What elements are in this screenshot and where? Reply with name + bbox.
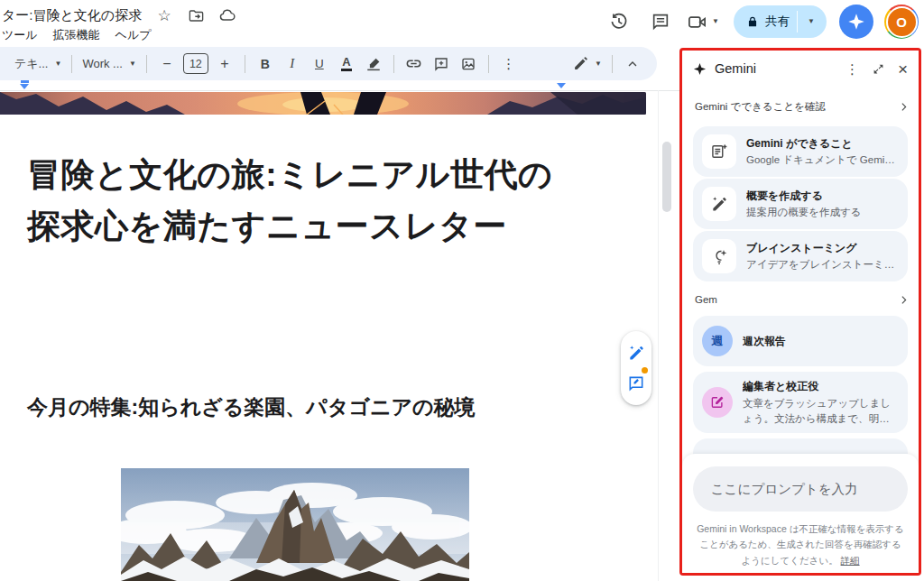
indent-marker-right[interactable] <box>557 83 566 88</box>
share-dropdown-icon[interactable]: ▼ <box>799 18 823 25</box>
gem-description: 文章をブラッシュアップしましょう。文法から構成まで、明確かつ建… <box>743 396 899 426</box>
gem-name: 編集者と校正役 <box>743 379 899 394</box>
move-folder-icon[interactable] <box>187 6 205 24</box>
gem-card-editor[interactable]: 編集者と校正役 文章をブラッシュアップしましょう。文法から構成まで、明確かつ建… <box>693 372 908 433</box>
document-title[interactable]: ター:冒険と文化の探求 <box>2 7 142 24</box>
menu-help[interactable]: ヘルプ <box>116 27 152 43</box>
insert-image-button[interactable] <box>457 52 480 76</box>
app-topbar: ター:冒険と文化の探求 ☆ ツール 拡張機能 ヘルプ <box>0 0 924 43</box>
editing-mode-select[interactable]: ▼ <box>573 56 602 71</box>
indent-marker-left[interactable] <box>20 80 29 89</box>
add-comment-button[interactable] <box>430 52 453 76</box>
pen-sparkle-icon <box>702 187 736 221</box>
sparkle-icon <box>847 13 865 31</box>
quick-actions-pill <box>621 331 651 405</box>
format-toolbar: テキ... ▼ Work ... ▼ − 12 + B I U A ⋮ <box>0 47 657 80</box>
menu-extensions[interactable]: 拡張機能 <box>53 27 100 43</box>
card-title: ブレインストーミング <box>746 241 899 256</box>
chevron-up-icon <box>625 57 640 71</box>
underline-button[interactable]: U <box>308 52 331 76</box>
highlighter-icon <box>365 56 382 72</box>
color-letter: A <box>341 56 351 71</box>
annotation-highlight-box: Gemini ⋮ × Gemini でできることを確認 <box>679 48 921 576</box>
share-button[interactable]: 共有 ▼ <box>734 5 827 38</box>
chevron-down-icon[interactable]: ▼ <box>712 18 719 25</box>
disclaimer-text: Gemini in Workspace は不正確な情報を表示することがあるため、… <box>697 521 904 568</box>
mountain-photo[interactable] <box>121 468 469 581</box>
gem-section-row[interactable]: Gem <box>695 290 910 309</box>
italic-button[interactable]: I <box>281 52 304 76</box>
close-panel-button[interactable]: × <box>898 60 908 78</box>
menu-tools[interactable]: ツール <box>2 27 38 43</box>
prompt-area: Gemini in Workspace は不正確な情報を表示することがあるため、… <box>682 454 919 573</box>
divider <box>245 55 245 73</box>
comment-add-icon <box>433 56 449 72</box>
paragraph-style-select[interactable]: テキ... ▼ <box>14 56 61 72</box>
image-icon <box>460 56 476 72</box>
help-me-write-button[interactable] <box>627 344 645 362</box>
gem-name: 週次報告 <box>743 334 786 349</box>
gemini-spark-icon <box>693 62 707 76</box>
highlight-color-button[interactable] <box>362 52 385 76</box>
gemini-sparkle-button[interactable] <box>839 5 873 39</box>
collapse-toolbar-button[interactable] <box>621 52 644 76</box>
star-icon[interactable]: ☆ <box>155 6 173 24</box>
chevron-down-icon: ▼ <box>595 60 602 68</box>
suggestion-card-capabilities[interactable]: Gemini ができること Google ドキュメントで Gemini が… <box>693 126 908 177</box>
lock-icon <box>746 15 759 28</box>
insert-link-button[interactable] <box>402 52 426 76</box>
comments-icon[interactable] <box>650 11 671 32</box>
chevron-down-icon: ▼ <box>129 60 136 68</box>
gemini-intro-row[interactable]: Gemini でできることを確認 <box>695 97 910 115</box>
prompt-input-pill[interactable] <box>693 466 908 512</box>
gem-week-badge: 週 <box>702 326 733 356</box>
meet-video-button[interactable]: ▼ <box>687 12 719 32</box>
divider <box>393 55 394 73</box>
comment-edit-icon <box>627 374 645 392</box>
divider <box>612 55 613 73</box>
pencil-icon <box>573 56 588 71</box>
panel-header: Gemini ⋮ × <box>682 51 919 87</box>
suggest-comment-button[interactable] <box>627 374 645 392</box>
card-subtitle: 提案用の概要を作成する <box>746 206 862 219</box>
page-edge <box>658 90 659 581</box>
suggestion-card-brainstorm[interactable]: ブレインストーミング アイデアをブレインストーミングす… <box>693 231 908 281</box>
cover-image[interactable] <box>0 92 646 115</box>
document-heading[interactable]: 冒険と文化の旅:ミレニアル世代の探求心を満たすニュースレター <box>27 149 568 252</box>
increase-font-button[interactable]: + <box>213 52 236 76</box>
document-add-icon <box>702 134 736 169</box>
expand-icon[interactable] <box>873 63 884 75</box>
learn-more-link[interactable]: 詳細 <box>841 555 860 566</box>
ruler <box>0 90 679 91</box>
edit-square-icon <box>702 387 733 418</box>
cloud-status-icon[interactable] <box>218 6 236 24</box>
chevron-right-icon <box>898 101 910 113</box>
version-history-icon[interactable] <box>608 11 630 32</box>
panel-title: Gemini <box>715 61 756 76</box>
menu-bar: ツール 拡張機能 ヘルプ <box>2 27 152 43</box>
disclaimer-body: Gemini in Workspace は不正確な情報を表示することがあるため、… <box>697 523 904 566</box>
font-size-input[interactable]: 12 <box>183 53 208 74</box>
card-subtitle: Google ドキュメントで Gemini が… <box>746 153 899 167</box>
bold-button[interactable]: B <box>254 52 277 76</box>
gem-card-weekly-report[interactable]: 週 週次報告 <box>693 316 908 366</box>
font-label: Work ... <box>82 57 123 70</box>
account-avatar[interactable]: O <box>884 5 919 39</box>
share-label: 共有 <box>765 14 790 30</box>
document-canvas[interactable]: 冒険と文化の旅:ミレニアル世代の探求心を満たすニュースレター 今月の特集:知られ… <box>0 80 679 581</box>
panel-more-button[interactable]: ⋮ <box>845 62 859 76</box>
notification-dot <box>642 367 648 374</box>
pen-sparkle-icon <box>627 344 645 362</box>
card-subtitle: アイデアをブレインストーミングす… <box>746 258 899 272</box>
prompt-input[interactable] <box>693 482 908 496</box>
scrollbar-thumb[interactable] <box>662 142 671 212</box>
text-color-button[interactable]: A <box>335 52 358 76</box>
font-select[interactable]: Work ... ▼ <box>82 57 135 70</box>
suggestion-card-outline[interactable]: 概要を作成する 提案用の概要を作成する <box>693 179 908 229</box>
decrease-font-button[interactable]: − <box>155 52 179 76</box>
more-options-button[interactable]: ⋮ <box>497 52 521 76</box>
divider <box>71 55 72 73</box>
document-subheading[interactable]: 今月の特集:知られざる楽園、パタゴニアの秘境 <box>27 392 568 423</box>
style-label: テキ... <box>14 56 48 72</box>
card-title: Gemini ができること <box>746 136 899 152</box>
